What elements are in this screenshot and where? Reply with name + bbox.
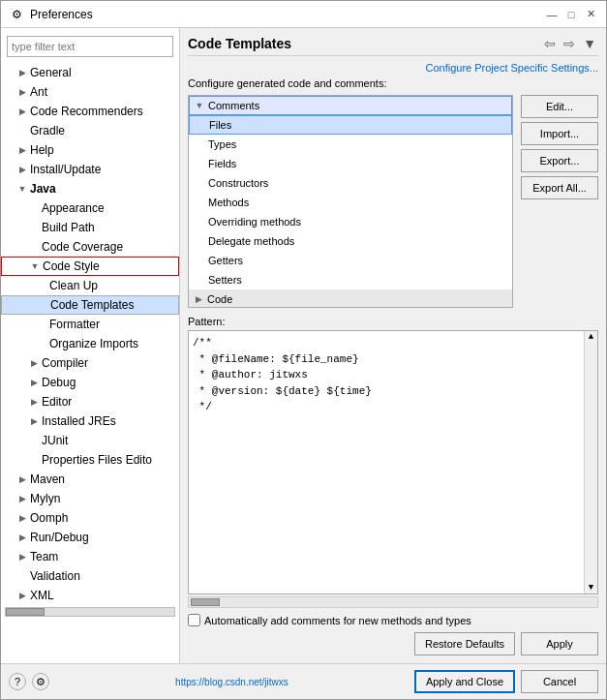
help-button[interactable]: ? bbox=[9, 673, 26, 690]
chevron-right-icon: ▶ bbox=[16, 164, 28, 175]
window-icon: ⚙ bbox=[9, 7, 24, 22]
cancel-button[interactable]: Cancel bbox=[521, 670, 598, 693]
configure-link[interactable]: Configure Project Specific Settings... bbox=[188, 62, 598, 74]
sidebar-item-install-update[interactable]: ▶ Install/Update bbox=[1, 160, 179, 179]
minimize-button[interactable]: — bbox=[544, 7, 560, 22]
templates-tree[interactable]: ▼ Comments Files Types Fields Constructo… bbox=[188, 95, 513, 308]
back-button[interactable]: ⇦ bbox=[542, 36, 558, 51]
title-bar-controls: — □ ✕ bbox=[544, 7, 598, 22]
dialog-buttons: Apply and Close Cancel bbox=[414, 670, 598, 693]
pattern-section: Pattern: /** * @fileName: ${file_name} *… bbox=[188, 316, 598, 626]
close-button[interactable]: ✕ bbox=[583, 7, 598, 22]
horizontal-scrollbar[interactable] bbox=[188, 596, 598, 608]
template-item-methods[interactable]: Methods bbox=[189, 193, 512, 212]
chevron-right-icon: ▶ bbox=[16, 590, 28, 601]
search-box[interactable] bbox=[7, 36, 173, 57]
template-item-overriding-methods[interactable]: Overriding methods bbox=[189, 212, 512, 231]
sidebar-item-clean-up[interactable]: ▶ Clean Up bbox=[1, 276, 179, 295]
sidebar-item-java[interactable]: ▼ Java bbox=[1, 179, 179, 198]
title-bar: ⚙ Preferences — □ ✕ bbox=[1, 1, 606, 28]
sidebar-item-build-path[interactable]: ▶ Build Path bbox=[1, 218, 179, 237]
chevron-right-icon: ▶ bbox=[193, 293, 204, 305]
chevron-right-icon: ▶ bbox=[16, 493, 28, 504]
sidebar-item-run-debug[interactable]: ▶ Run/Debug bbox=[1, 528, 179, 547]
main-panel: Code Templates ⇦ ⇨ ▼ Configure Project S… bbox=[180, 28, 606, 663]
sidebar-item-gradle[interactable]: ▶ Gradle bbox=[1, 121, 179, 140]
sidebar-item-xml[interactable]: ▶ XML bbox=[1, 586, 179, 605]
footer-link[interactable]: https://blog.csdn.net/jitwxs bbox=[175, 677, 288, 687]
chevron-right-icon: ▶ bbox=[16, 551, 28, 563]
forward-button[interactable]: ⇨ bbox=[561, 36, 577, 51]
apply-and-close-button[interactable]: Apply and Close bbox=[414, 670, 515, 693]
scroll-up-button[interactable]: ▲ bbox=[589, 332, 593, 342]
sidebar-item-ant[interactable]: ▶ Ant bbox=[1, 82, 179, 102]
checkbox-area: Automatically add comments for new metho… bbox=[188, 614, 598, 626]
sidebar-item-properties-files[interactable]: ▶ Properties Files Edito bbox=[1, 450, 179, 470]
template-group-comments[interactable]: ▼ Comments bbox=[189, 96, 512, 115]
scrollbar-thumb[interactable] bbox=[191, 598, 220, 606]
maximize-button[interactable]: □ bbox=[563, 7, 579, 22]
sidebar-item-code-style[interactable]: ▼ Code Style bbox=[1, 257, 179, 276]
export-button[interactable]: Export... bbox=[521, 149, 598, 172]
export-all-button[interactable]: Export All... bbox=[521, 176, 598, 199]
auto-comments-label: Automatically add comments for new metho… bbox=[204, 615, 471, 626]
chevron-right-icon: ▶ bbox=[28, 415, 40, 427]
edit-button[interactable]: Edit... bbox=[521, 95, 598, 118]
chevron-right-icon: ▶ bbox=[28, 396, 40, 408]
preferences-window: ⚙ Preferences — □ ✕ ▶ General ▶ Ant ▶ bbox=[0, 0, 607, 700]
nav-buttons: ⇦ ⇨ ▼ bbox=[542, 36, 598, 51]
settings-button[interactable]: ⚙ bbox=[32, 673, 49, 690]
chevron-right-icon: ▶ bbox=[28, 377, 40, 388]
template-item-files[interactable]: Files bbox=[189, 115, 512, 135]
sidebar-item-code-recommenders[interactable]: ▶ Code Recommenders bbox=[1, 102, 179, 121]
sidebar-item-debug[interactable]: ▶ Debug bbox=[1, 373, 179, 392]
auto-comments-checkbox[interactable] bbox=[188, 614, 200, 626]
chevron-right-icon: ▶ bbox=[16, 473, 28, 485]
sidebar-item-installed-jres[interactable]: ▶ Installed JREs bbox=[1, 411, 179, 431]
template-item-delegate-methods[interactable]: Delegate methods bbox=[189, 231, 512, 251]
sidebar-item-code-templates[interactable]: ▶ Code Templates bbox=[1, 295, 179, 315]
chevron-down-icon: ▼ bbox=[16, 183, 28, 195]
description-text: Configure generated code and comments: bbox=[188, 77, 598, 89]
dropdown-button[interactable]: ▼ bbox=[581, 36, 598, 51]
sidebar-item-code-coverage[interactable]: ▶ Code Coverage bbox=[1, 237, 179, 257]
template-item-setters[interactable]: Setters bbox=[189, 270, 512, 289]
sidebar-item-junit[interactable]: ▶ JUnit bbox=[1, 431, 179, 450]
sidebar-item-compiler[interactable]: ▶ Compiler bbox=[1, 353, 179, 373]
panel-title: Code Templates bbox=[188, 36, 291, 51]
dialog-footer: ? ⚙ https://blog.csdn.net/jitwxs Apply a… bbox=[1, 663, 606, 699]
panel-bottom-buttons: Restore Defaults Apply bbox=[188, 632, 598, 655]
template-item-constructors[interactable]: Constructors bbox=[189, 173, 512, 193]
chevron-right-icon: ▶ bbox=[16, 144, 28, 156]
template-buttons: Edit... Import... Export... Export All..… bbox=[521, 95, 598, 308]
restore-defaults-button[interactable]: Restore Defaults bbox=[414, 632, 515, 655]
panel-header: Code Templates ⇦ ⇨ ▼ bbox=[188, 36, 598, 56]
sidebar-item-mylyn[interactable]: ▶ Mylyn bbox=[1, 489, 179, 508]
chevron-down-icon: ▼ bbox=[29, 260, 41, 272]
template-item-types[interactable]: Types bbox=[189, 135, 512, 154]
import-button[interactable]: Import... bbox=[521, 122, 598, 145]
sidebar-item-appearance[interactable]: ▶ Appearance bbox=[1, 198, 179, 218]
apply-button[interactable]: Apply bbox=[521, 632, 598, 655]
chevron-down-icon: ▼ bbox=[194, 100, 205, 111]
sidebar-item-general[interactable]: ▶ General bbox=[1, 63, 179, 82]
pattern-label: Pattern: bbox=[188, 316, 598, 327]
sidebar-item-formatter[interactable]: ▶ Formatter bbox=[1, 315, 179, 334]
sidebar-item-help[interactable]: ▶ Help bbox=[1, 140, 179, 160]
template-item-getters[interactable]: Getters bbox=[189, 251, 512, 270]
footer-link-area: https://blog.csdn.net/jitwxs bbox=[175, 675, 288, 688]
sidebar-item-maven[interactable]: ▶ Maven bbox=[1, 470, 179, 489]
template-item-fields[interactable]: Fields bbox=[189, 154, 512, 173]
template-group-code[interactable]: ▶ Code bbox=[189, 289, 512, 308]
sidebar-item-organize-imports[interactable]: ▶ Organize Imports bbox=[1, 334, 179, 353]
pattern-content: /** * @fileName: ${file_name} * @author:… bbox=[193, 335, 593, 415]
sidebar-item-validation[interactable]: ▶ Validation bbox=[1, 566, 179, 586]
sidebar-item-editor[interactable]: ▶ Editor bbox=[1, 392, 179, 411]
sidebar-item-oomph[interactable]: ▶ Oomph bbox=[1, 508, 179, 528]
chevron-right-icon: ▶ bbox=[28, 357, 40, 369]
search-input[interactable] bbox=[7, 36, 173, 57]
templates-area: ▼ Comments Files Types Fields Constructo… bbox=[188, 95, 598, 308]
pattern-editor[interactable]: /** * @fileName: ${file_name} * @author:… bbox=[188, 330, 598, 594]
scroll-down-button[interactable]: ▼ bbox=[589, 583, 593, 593]
sidebar-item-team[interactable]: ▶ Team bbox=[1, 547, 179, 566]
